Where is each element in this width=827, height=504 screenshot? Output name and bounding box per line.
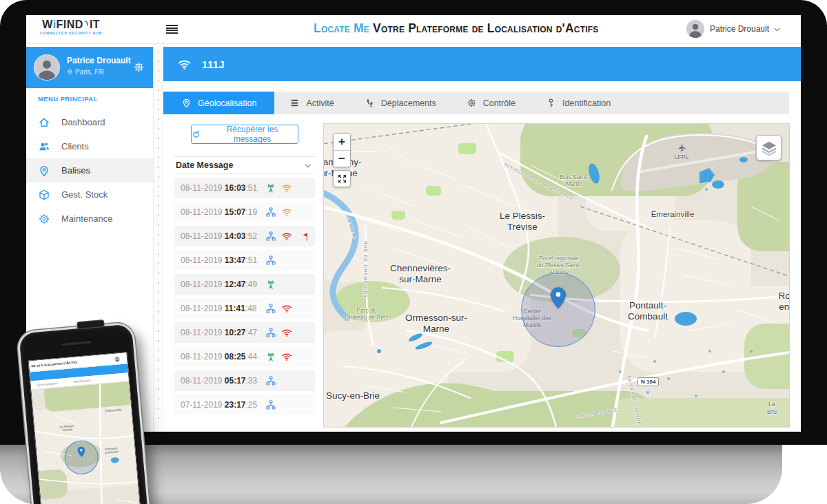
profile-settings-gear-icon[interactable]: [133, 61, 145, 73]
network-icon: [265, 231, 276, 242]
tab-identification[interactable]: Identification: [531, 92, 626, 114]
phone-map-tiles: [31, 381, 141, 504]
sidebar-user-name: Patrice Drouault: [67, 56, 131, 65]
tab-contr-le[interactable]: Contrôle: [451, 92, 531, 114]
phone-map: Le Plessis- TrévisePontault- CombaultÉme…: [31, 381, 141, 504]
sidebar-user-location: Paris, FR: [67, 68, 104, 76]
gear-icon: [38, 213, 50, 225]
airport-code: LFPL: [672, 154, 691, 160]
wifi-icon: [177, 57, 192, 72]
sidebar-scrollbar[interactable]: [153, 44, 163, 432]
sidebar-user-card: Patrice Drouault Paris, FR: [26, 47, 153, 88]
brand-name: WiFINDIT: [40, 19, 102, 31]
device-header: 111J: [163, 47, 801, 81]
menu-section-label: Menu principal: [38, 95, 98, 103]
sidebar-item-label: Maintenance: [61, 213, 112, 224]
network-icon: [265, 207, 276, 218]
accuracy-circle: [521, 273, 595, 347]
phone-page-title: me de Localisation d'Actifs: [31, 360, 77, 368]
network-icon: [265, 375, 276, 386]
phone-map-label: Le Plessis- Trévise: [59, 424, 75, 433]
message-row[interactable]: 08-11-2019 15:07:19: [174, 202, 315, 222]
pin-icon: [67, 69, 73, 75]
fullscreen-button[interactable]: [333, 170, 351, 187]
sidebar-item-label: Balises: [61, 165, 90, 176]
wifi-signal-icon: [281, 327, 292, 338]
message-row[interactable]: 08-11-2019 12:47:49: [174, 274, 315, 295]
antenna-icon: [265, 351, 276, 362]
message-row[interactable]: 08-11-2019 08:25:44: [174, 346, 315, 367]
wifi-signal-icon: [281, 303, 292, 314]
zoom-out-button[interactable]: −: [334, 150, 350, 167]
network-icon: [265, 255, 276, 266]
road-badge: N 104: [637, 377, 659, 386]
message-row[interactable]: 08-11-2019 16:03:51: [174, 178, 315, 198]
gear-icon: [467, 98, 477, 108]
message-timestamp: 08-11-2019 11:41:48: [181, 304, 257, 313]
alert-flag-icon: [300, 231, 309, 241]
tab-label: Identification: [562, 98, 611, 108]
message-timestamp: 08-11-2019 14:03:52: [181, 231, 257, 241]
footsteps-icon: [365, 98, 375, 108]
map-zoom-control: + −: [333, 133, 351, 167]
tab-g-olocalisation[interactable]: Géolocalisation: [163, 92, 274, 114]
avatar: [114, 356, 121, 362]
tab-d-placements[interactable]: Déplacements: [349, 92, 451, 114]
clients-icon: [38, 140, 50, 153]
phone-power-button: [77, 320, 104, 328]
hamburger-menu-icon[interactable]: [166, 25, 178, 34]
tab-activit[interactable]: Activité: [274, 92, 349, 114]
message-timestamp: 08-11-2019 12:47:49: [181, 280, 257, 289]
pin-icon: [181, 98, 192, 108]
network-icon: [265, 327, 276, 338]
box-icon: [38, 189, 50, 201]
phone-tab-identification: Identification: [73, 379, 91, 384]
phone-screen: me de Localisation d'Actifs Géolocalisat…: [28, 352, 143, 504]
message-row[interactable]: 08-11-2019 14:03:52: [174, 226, 315, 246]
activity-icon: [289, 98, 300, 108]
chevron-down-icon: [774, 25, 779, 31]
message-timestamp: 08-11-2019 16:03:51: [181, 183, 257, 193]
topbar: WiFINDIT CONNECTED SECURITY HUB Locate M…: [26, 15, 801, 44]
sidebar-item-balises[interactable]: Balises: [26, 158, 153, 182]
sidebar-item-maintenance[interactable]: Maintenance: [26, 207, 153, 231]
refresh-messages-button[interactable]: Récupérer les messages: [191, 125, 298, 144]
home-icon: [38, 116, 50, 129]
tab-bar: GéolocalisationActivitéDéplacementsContr…: [163, 92, 789, 114]
antenna-icon: [265, 182, 276, 193]
date-message-sort-header[interactable]: Date Message: [174, 156, 315, 174]
message-timestamp: 07-11-2019 23:17:25: [181, 400, 257, 410]
user-name: Patrice Drouault: [710, 24, 769, 34]
message-timestamp: 08-11-2019 15:07:19: [181, 207, 257, 217]
zoom-in-button[interactable]: +: [334, 134, 350, 150]
location-marker-icon[interactable]: [551, 287, 566, 308]
map[interactable]: Champigny- sur-MarneLe Plessis- TréviseC…: [324, 124, 789, 427]
wifi-signal-icon: [281, 351, 292, 362]
message-row[interactable]: 08-11-2019 13:47:51: [174, 250, 315, 271]
avatar: [686, 20, 704, 38]
wifi-signal-icon: [281, 182, 292, 193]
sidebar-item-dashboard[interactable]: Dashboard: [26, 110, 153, 134]
message-row[interactable]: 07-11-2019 23:17:25: [174, 395, 315, 415]
brand-logo: WiFINDIT CONNECTED SECURITY HUB: [40, 19, 102, 35]
layers-button[interactable]: [756, 135, 782, 160]
phone-tab-geolocalisation: Géolocalisation: [37, 381, 58, 387]
message-list: 08-11-2019 16:03:5108-11-2019 15:07:1908…: [174, 178, 315, 419]
message-timestamp: 08-11-2019 05:17:33: [181, 376, 257, 386]
tab-label: Activité: [306, 98, 334, 108]
sidebar-item-label: Gest. Stock: [61, 189, 108, 200]
message-row[interactable]: 08-11-2019 05:17:33: [174, 370, 315, 391]
wifi-signal-icon: [281, 207, 292, 218]
phone-speaker: [61, 340, 92, 346]
message-timestamp: 08-11-2019 10:27:47: [181, 328, 257, 337]
phone-location-marker-icon: [77, 446, 85, 458]
message-row[interactable]: 08-11-2019 11:41:48: [174, 298, 315, 319]
sidebar-item-clients[interactable]: Clients: [26, 134, 153, 158]
sidebar-item-gest-stock[interactable]: Gest. Stock: [26, 182, 153, 207]
user-menu[interactable]: Patrice Drouault: [686, 20, 779, 38]
message-row[interactable]: 08-11-2019 10:27:47: [174, 322, 315, 343]
wifi-signal-icon: [281, 231, 292, 242]
main-menu: DashboardClientsBalisesGest. StockMainte…: [26, 110, 153, 231]
plane-icon: [677, 145, 686, 154]
page-title: Locate Me Votre Plateforme de Localisati…: [314, 21, 598, 36]
